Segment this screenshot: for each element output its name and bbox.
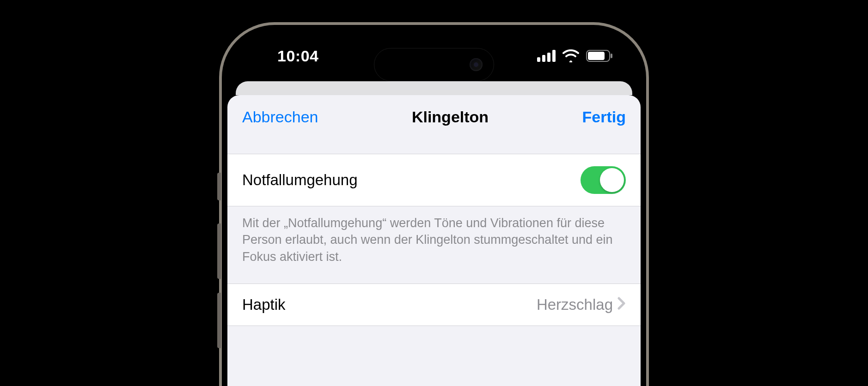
haptic-value: Herzschlag <box>537 296 613 314</box>
navigation-bar: Abbrechen Klingelton Fertig <box>227 95 641 154</box>
svg-rect-5 <box>588 52 605 60</box>
dynamic-island <box>374 48 494 81</box>
svg-rect-2 <box>547 53 550 62</box>
svg-rect-1 <box>542 55 545 62</box>
svg-rect-0 <box>537 57 540 62</box>
chevron-right-icon <box>617 296 626 314</box>
emergency-bypass-toggle[interactable] <box>581 166 626 194</box>
haptic-label: Haptik <box>242 296 286 314</box>
status-time: 10:04 <box>277 47 318 65</box>
emergency-bypass-row[interactable]: Notfallumgehung <box>227 154 641 206</box>
background-sheet <box>236 81 632 95</box>
wifi-icon <box>562 49 580 62</box>
emergency-bypass-footer: Mit der „Notfallumgehung“ werden Töne un… <box>227 206 641 283</box>
toggle-knob-icon <box>600 168 624 192</box>
page-title: Klingelton <box>412 108 489 126</box>
svg-rect-3 <box>552 50 556 62</box>
front-camera-icon <box>470 58 483 71</box>
done-button[interactable]: Fertig <box>582 108 626 126</box>
status-icons <box>537 49 613 62</box>
battery-icon <box>586 50 613 62</box>
cellular-signal-icon <box>537 50 556 62</box>
side-button-volume-up <box>217 223 221 279</box>
haptic-value-container: Herzschlag <box>537 296 626 314</box>
side-button-volume-down <box>217 293 221 348</box>
emergency-bypass-label: Notfallumgehung <box>242 171 358 189</box>
cancel-button[interactable]: Abbrechen <box>242 108 318 126</box>
svg-rect-6 <box>611 54 612 58</box>
phone-device-frame: 10:04 <box>219 22 649 386</box>
phone-screen: 10:04 <box>226 29 642 386</box>
side-button-silence <box>217 173 221 200</box>
modal-sheet: Abbrechen Klingelton Fertig Notfallumgeh… <box>227 95 641 386</box>
haptic-row[interactable]: Haptik Herzschlag <box>227 283 641 326</box>
